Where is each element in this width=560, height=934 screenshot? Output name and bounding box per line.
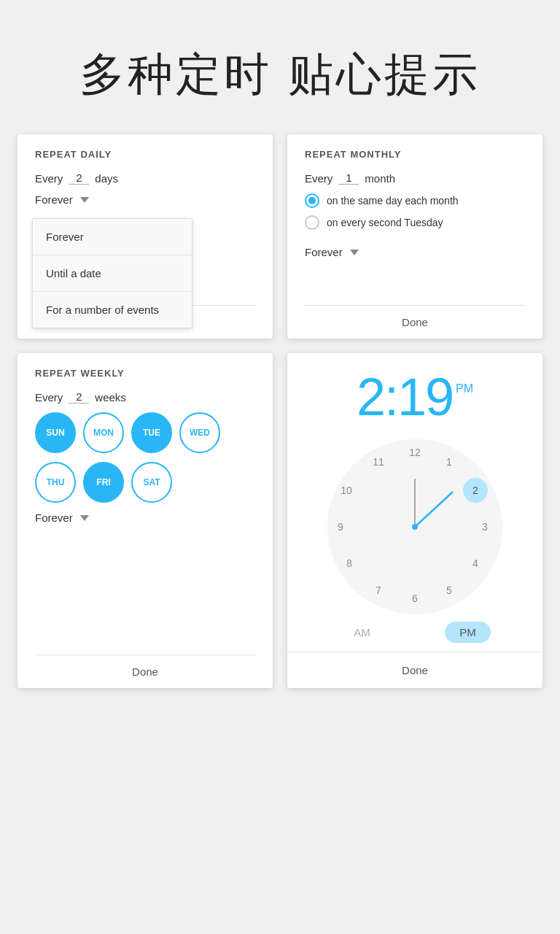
page-title: 多种定时 贴心提示 [79,44,480,105]
dropdown-arrow-icon [80,197,89,203]
repeat-weekly-done-button[interactable]: Done [35,655,255,688]
repeat-weekly-every-input[interactable] [69,390,89,404]
day-wed-button[interactable]: WED [179,412,220,453]
clock-face-container: 12 1 2 3 4 5 6 7 8 9 10 11 [287,432,542,643]
dropdown-item-number-events[interactable]: For a number of events [33,292,192,328]
repeat-weekly-weeks-label: weeks [95,391,126,404]
repeat-monthly-title: REPEAT MONTHLY [305,149,525,160]
cards-grid: REPEAT DAILY Every days Forever Forever … [0,134,560,717]
repeat-weekly-every-label: Every [35,391,63,404]
day-fri-button[interactable]: FRI [83,462,124,503]
days-row-1: SUN MON TUE WED [35,412,255,453]
repeat-monthly-option2-label: on every second Tuesday [327,217,443,228]
am-pm-row: AM PM [287,614,542,643]
repeat-weekly-title: REPEAT WEEKLY [35,368,255,379]
clock-time-display: 2:19 PM [287,353,542,432]
day-sun-button[interactable]: SUN [35,412,76,453]
repeat-monthly-option1-label: on the same day each month [327,195,459,207]
clock-card: 2:19 PM 12 1 2 3 4 5 6 7 8 9 10 11 [287,353,542,688]
repeat-weekly-card: REPEAT WEEKLY Every weeks SUN MON TUE WE… [18,353,273,688]
day-thu-button[interactable]: THU [35,462,76,503]
am-button[interactable]: AM [339,622,385,643]
repeat-daily-card: REPEAT DAILY Every days Forever Forever … [18,134,273,339]
repeat-monthly-every-label: Every [305,172,332,185]
clock-digits: 2:19 [357,371,453,423]
repeat-daily-title: REPEAT DAILY [35,149,255,160]
repeat-monthly-done-button[interactable]: Done [305,305,525,339]
dropdown-arrow-monthly-icon [350,250,359,255]
repeat-monthly-month-label: month [365,172,395,185]
days-row-2: THU FRI SAT [35,462,255,503]
repeat-monthly-every-row: Every month [305,171,525,185]
svg-line-1 [415,492,453,527]
repeat-daily-days-label: days [95,172,118,185]
dropdown-item-forever[interactable]: Forever [33,219,192,255]
day-tue-button[interactable]: TUE [131,412,172,453]
repeat-monthly-option2[interactable]: on every second Tuesday [305,215,525,230]
day-mon-button[interactable]: MON [83,412,124,453]
repeat-monthly-option1[interactable]: on the same day each month [305,193,525,208]
dropdown-item-until-date[interactable]: Until a date [33,255,192,292]
radio-option2-circle [305,215,319,230]
repeat-daily-dropdown-menu: Forever Until a date For a number of eve… [32,218,192,328]
repeat-monthly-forever-dropdown[interactable]: Forever [305,246,525,258]
repeat-daily-every-input[interactable] [69,171,89,185]
radio-option1-circle [305,193,319,208]
repeat-daily-every-label: Every [35,172,63,185]
clock-center-dot [412,524,418,530]
day-sat-button[interactable]: SAT [131,462,172,503]
dropdown-arrow-weekly-icon [80,515,89,521]
repeat-monthly-card: REPEAT MONTHLY Every month on the same d… [287,134,542,339]
clock-ampm: PM [456,382,473,395]
repeat-weekly-every-row: Every weeks [35,390,255,404]
repeat-monthly-forever-label: Forever [305,246,343,258]
repeat-daily-forever-label: Forever [35,193,73,206]
pm-button[interactable]: PM [445,622,491,643]
clock-done-button[interactable]: Done [287,652,542,688]
repeat-daily-every-row: Every days [35,171,255,185]
clock-face: 12 1 2 3 4 5 6 7 8 9 10 11 [327,439,502,614]
repeat-monthly-every-input[interactable] [338,171,359,185]
repeat-weekly-forever-dropdown[interactable]: Forever [35,512,255,524]
repeat-daily-forever-dropdown[interactable]: Forever [35,193,255,206]
repeat-weekly-forever-label: Forever [35,512,73,524]
